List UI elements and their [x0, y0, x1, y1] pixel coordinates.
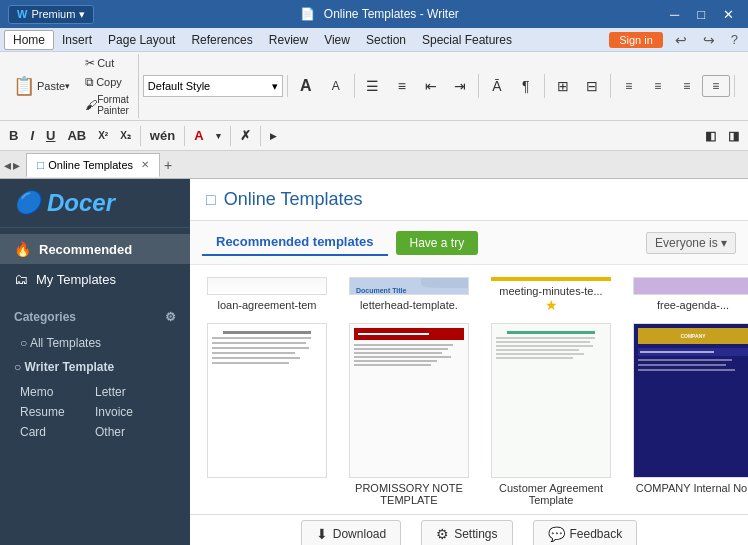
font-size-increase-btn[interactable]: A: [292, 74, 320, 98]
gear-icon[interactable]: ⚙: [165, 310, 176, 324]
sidebar-cat-all-templates[interactable]: ○ All Templates: [0, 332, 190, 354]
template-card-customer[interactable]: Customer Agreement Template: [486, 323, 616, 506]
have-a-try-button[interactable]: Have a try: [396, 231, 479, 255]
sidebar-item-recommended[interactable]: 🔥 Recommended: [0, 234, 190, 264]
template-thumb-promissory: [349, 323, 469, 478]
title-bar-left: W Premium ▾: [8, 5, 94, 24]
table-btn[interactable]: ⊞: [549, 74, 577, 98]
menu-view[interactable]: View: [316, 31, 358, 49]
menu-page-layout[interactable]: Page Layout: [100, 31, 183, 49]
sidebar-cat-other[interactable]: Other: [95, 422, 170, 442]
bold-button[interactable]: B: [4, 125, 23, 146]
toolbar-redo-icon[interactable]: ↪: [697, 30, 721, 50]
sidebar-toggle-right[interactable]: ◨: [723, 126, 744, 146]
tab-add-button[interactable]: +: [164, 157, 172, 173]
text-align-btn[interactable]: Ā: [483, 74, 511, 98]
more-btn[interactable]: ⋯: [739, 75, 748, 97]
font-size-decrease-btn[interactable]: A: [322, 76, 350, 96]
clear-format-button[interactable]: ✗: [235, 125, 256, 146]
sidebar-cat-card[interactable]: Card: [20, 422, 95, 442]
increase-indent-btn[interactable]: ⇥: [446, 74, 474, 98]
template-card-company[interactable]: COMPANY COMPANY Internal No.: [628, 323, 748, 506]
close-button[interactable]: ✕: [717, 5, 740, 24]
maximize-button[interactable]: □: [691, 5, 711, 24]
justify-btn[interactable]: ≡: [702, 75, 730, 97]
align-left-btn[interactable]: ≡: [615, 75, 643, 97]
superscript-button[interactable]: X²: [93, 127, 113, 144]
dropdown-arrow-icon: ▾: [272, 80, 278, 93]
template-name-customer: Customer Agreement Template: [491, 482, 611, 506]
download-button[interactable]: ⬇ Download: [301, 520, 401, 546]
sidebar-item-my-templates[interactable]: 🗂 My Templates: [0, 264, 190, 294]
underline-button[interactable]: U: [41, 125, 60, 146]
tab-nav-right[interactable]: ▸: [13, 157, 20, 173]
fire-icon: 🔥: [14, 241, 31, 257]
bullet-list-btn[interactable]: ☰: [359, 74, 387, 98]
feedback-button[interactable]: 💬 Feedback: [533, 520, 638, 546]
content-area: □ Online Templates Recommended templates…: [190, 179, 748, 545]
tab-close-button[interactable]: ✕: [141, 159, 149, 170]
subscript-button[interactable]: X₂: [115, 127, 136, 144]
minimize-button[interactable]: ─: [664, 5, 685, 24]
sidebar-recommended-label: Recommended: [39, 242, 132, 257]
menu-special-features[interactable]: Special Features: [414, 31, 520, 49]
paste-button[interactable]: 📋 Paste ▾: [4, 70, 79, 102]
toolbar-undo-icon[interactable]: ↩: [669, 30, 693, 50]
sidebar-toggle-left[interactable]: ◧: [700, 126, 721, 146]
paragraph-btn[interactable]: ¶: [512, 74, 540, 98]
sidebar-cat-letter[interactable]: Letter: [95, 382, 170, 402]
style-dropdown[interactable]: Default Style ▾: [143, 75, 283, 97]
template-card-agenda[interactable]: free-agenda-...: [628, 277, 748, 311]
decrease-indent-btn[interactable]: ⇤: [417, 74, 445, 98]
template-card-letterhead[interactable]: Document Title: [344, 277, 474, 311]
tab-bar: ◂ ▸ □ Online Templates ✕ +: [0, 151, 748, 179]
docer-logo-icon: 🔵: [14, 190, 41, 216]
cut-button[interactable]: ✂ Cut: [80, 54, 134, 72]
font-color-dropdown[interactable]: ▾: [211, 128, 226, 144]
menu-insert[interactable]: Insert: [54, 31, 100, 49]
title-icon: 📄: [300, 7, 315, 21]
title-bar-title: 📄 Online Templates - Writer: [300, 7, 459, 21]
font-color-button[interactable]: A: [189, 125, 208, 146]
everyone-filter[interactable]: Everyone is ▾: [646, 232, 736, 254]
menu-home[interactable]: Home: [4, 30, 54, 50]
tab-online-templates[interactable]: □ Online Templates ✕: [26, 153, 160, 177]
template-thumb-agenda: [633, 277, 748, 295]
justify-group: ≡ ≡ ≡ ≡: [615, 75, 735, 97]
menu-bar: Home Insert Page Layout References Revie…: [0, 28, 748, 52]
template-star-meeting[interactable]: ★: [545, 297, 558, 313]
sidebar-cat-writer-template[interactable]: ○ Writer Template: [0, 354, 190, 380]
scissors-icon: ✂: [85, 56, 95, 70]
strikethrough-button[interactable]: AB: [62, 125, 91, 146]
sign-in-button[interactable]: Sign in: [609, 32, 663, 48]
sidebar-cat-resume[interactable]: Resume: [20, 402, 95, 422]
page-title: Online Templates: [224, 189, 363, 210]
recommended-tab[interactable]: Recommended templates: [202, 229, 388, 256]
toolbar2-separator-3: [230, 126, 231, 146]
menu-section[interactable]: Section: [358, 31, 414, 49]
tab-nav-left[interactable]: ◂: [4, 157, 11, 173]
sidebar-cat-memo[interactable]: Memo: [20, 382, 95, 402]
template-name-promissory: PROMISSORY NOTE TEMPLATE: [349, 482, 469, 506]
template-card-loan[interactable]: loan-agreement-tem: [202, 277, 332, 311]
italic-button[interactable]: I: [25, 125, 39, 146]
highlight-button[interactable]: wén: [145, 125, 180, 146]
col-group-btn[interactable]: ⊟: [578, 74, 606, 98]
premium-button[interactable]: W Premium ▾: [8, 5, 94, 24]
align-right-btn[interactable]: ≡: [673, 75, 701, 97]
sidebar-cat-invoice[interactable]: Invoice: [95, 402, 170, 422]
more-format-btn[interactable]: ▸: [265, 126, 281, 146]
align-center-btn[interactable]: ≡: [644, 75, 672, 97]
numbered-list-btn[interactable]: ≡: [388, 74, 416, 98]
template-card-promissory[interactable]: PROMISSORY NOTE TEMPLATE: [344, 323, 474, 506]
settings-button[interactable]: ⚙ Settings: [421, 520, 512, 546]
more-group: ⋯ ▸: [739, 75, 748, 97]
template-card-r2-1[interactable]: [202, 323, 332, 506]
menu-references[interactable]: References: [183, 31, 260, 49]
template-card-meeting[interactable]: meeting-minutes-te... ★: [486, 277, 616, 311]
copy-button[interactable]: ⧉ Copy: [80, 73, 134, 91]
format-painter-button[interactable]: 🖌 FormatPainter: [80, 92, 134, 118]
help-icon[interactable]: ?: [725, 30, 744, 50]
menu-review[interactable]: Review: [261, 31, 316, 49]
template-name-company: COMPANY Internal No.: [636, 482, 748, 494]
